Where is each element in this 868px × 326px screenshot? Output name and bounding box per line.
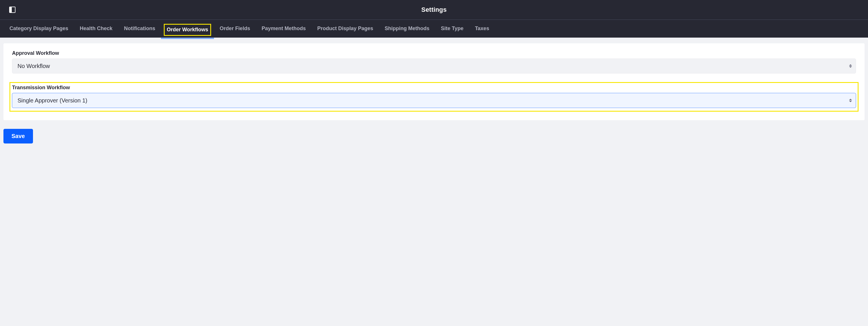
form-actions: Save xyxy=(3,129,865,144)
panel-left-icon xyxy=(9,7,16,13)
tab-category-display-pages[interactable]: Category Display Pages xyxy=(9,20,68,38)
tab-site-type[interactable]: Site Type xyxy=(441,20,464,38)
field-approval-workflow: Approval Workflow No Workflow xyxy=(12,50,856,73)
tab-order-workflows[interactable]: Order Workflows xyxy=(164,24,211,36)
page-title: Settings xyxy=(422,6,446,13)
transmission-workflow-select[interactable]: Single Approver (Version 1) xyxy=(12,93,856,108)
field-transmission-workflow: Transmission Workflow Single Approver (V… xyxy=(9,82,859,112)
tab-product-display-pages[interactable]: Product Display Pages xyxy=(317,20,373,38)
approval-workflow-label: Approval Workflow xyxy=(12,50,856,56)
tab-notifications[interactable]: Notifications xyxy=(124,20,155,38)
svg-rect-1 xyxy=(9,7,12,12)
settings-panel: Approval Workflow No Workflow Transmissi… xyxy=(3,43,865,120)
tab-order-fields[interactable]: Order Fields xyxy=(220,20,250,38)
tab-taxes[interactable]: Taxes xyxy=(475,20,489,38)
tab-payment-methods[interactable]: Payment Methods xyxy=(261,20,306,38)
tab-shipping-methods[interactable]: Shipping Methods xyxy=(385,20,429,38)
transmission-workflow-label: Transmission Workflow xyxy=(12,85,856,91)
approval-workflow-select[interactable]: No Workflow xyxy=(12,59,856,73)
transmission-workflow-select-wrap: Single Approver (Version 1) xyxy=(12,93,856,108)
sidebar-toggle-button[interactable] xyxy=(9,7,16,13)
header-bar: Settings xyxy=(0,0,868,20)
tab-health-check[interactable]: Health Check xyxy=(80,20,113,38)
tabs-nav: Category Display Pages Health Check Noti… xyxy=(0,20,868,38)
approval-workflow-select-wrap: No Workflow xyxy=(12,59,856,73)
save-button[interactable]: Save xyxy=(3,129,33,144)
